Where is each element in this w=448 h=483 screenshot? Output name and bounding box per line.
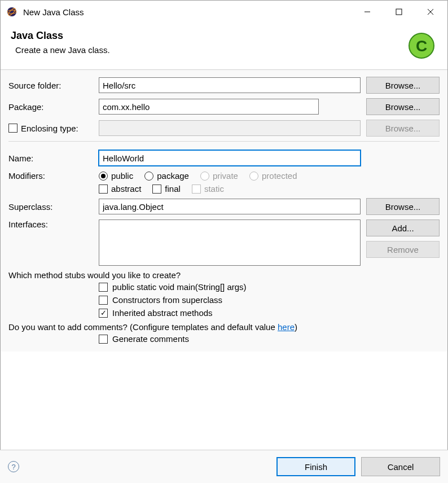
interfaces-label: Interfaces: bbox=[8, 219, 99, 229]
checkbox-icon bbox=[99, 283, 108, 292]
modifier-abstract[interactable]: abstract bbox=[99, 184, 141, 194]
browse-source-button[interactable]: Browse... bbox=[366, 77, 440, 94]
svg-rect-4 bbox=[396, 9, 402, 15]
enclosing-type-label: Enclosing type: bbox=[21, 124, 78, 133]
checkbox-icon bbox=[99, 296, 108, 305]
minimize-button[interactable] bbox=[352, 1, 383, 23]
radio-icon bbox=[200, 172, 209, 181]
source-folder-input[interactable] bbox=[99, 77, 361, 93]
radio-icon bbox=[249, 172, 258, 181]
dialog-header: Java Class Create a new Java class. C bbox=[1, 23, 447, 69]
eclipse-icon bbox=[6, 6, 17, 17]
modifier-final[interactable]: final bbox=[152, 184, 181, 194]
page-title: Java Class bbox=[11, 30, 406, 42]
radio-icon bbox=[144, 172, 153, 181]
stub-constructors-option[interactable]: Constructors from superclass bbox=[99, 295, 440, 305]
browse-enclosing-button: Browse... bbox=[366, 120, 440, 137]
modifier-protected: protected bbox=[249, 171, 297, 181]
window-title: New Java Class bbox=[23, 7, 352, 17]
modifier-public[interactable]: public bbox=[99, 171, 133, 181]
name-label: Name: bbox=[8, 153, 99, 163]
class-wizard-icon: C bbox=[406, 30, 437, 62]
modifier-static: static bbox=[192, 184, 224, 194]
radio-icon bbox=[99, 172, 108, 181]
checkbox-icon bbox=[99, 185, 108, 194]
browse-package-button[interactable]: Browse... bbox=[366, 98, 440, 115]
checkbox-icon bbox=[152, 185, 161, 194]
stub-main-option[interactable]: public static void main(String[] args) bbox=[99, 282, 440, 292]
stubs-question: Which method stubs would you like to cre… bbox=[8, 270, 440, 280]
source-folder-label: Source folder: bbox=[8, 81, 99, 90]
stub-inherited-option[interactable]: Inherited abstract methods bbox=[99, 308, 440, 318]
comments-question: Do you want to add comments? (Configure … bbox=[8, 322, 440, 332]
help-button[interactable]: ? bbox=[8, 461, 19, 472]
package-label: Package: bbox=[8, 102, 99, 112]
checkbox-icon bbox=[99, 309, 108, 318]
modifier-package[interactable]: package bbox=[144, 171, 189, 181]
cancel-button[interactable]: Cancel bbox=[361, 457, 440, 476]
titlebar: New Java Class bbox=[1, 1, 447, 23]
checkbox-icon bbox=[192, 185, 201, 194]
add-interface-button[interactable]: Add... bbox=[366, 219, 440, 236]
superclass-input[interactable] bbox=[99, 199, 361, 214]
name-input[interactable] bbox=[99, 150, 361, 166]
close-button[interactable] bbox=[415, 1, 446, 23]
interfaces-list[interactable] bbox=[99, 219, 361, 266]
finish-button[interactable]: Finish bbox=[276, 457, 355, 476]
enclosing-type-input bbox=[99, 120, 361, 136]
superclass-label: Superclass: bbox=[8, 202, 99, 212]
dialog-footer: ? Finish Cancel bbox=[0, 450, 448, 483]
checkbox-icon bbox=[99, 335, 108, 344]
page-subtitle: Create a new Java class. bbox=[11, 45, 406, 55]
svg-text:C: C bbox=[416, 37, 427, 55]
modifiers-label: Modifiers: bbox=[8, 171, 99, 181]
package-input[interactable] bbox=[99, 99, 319, 115]
section-separator-1 bbox=[8, 141, 440, 142]
maximize-button[interactable] bbox=[383, 1, 415, 23]
modifier-private: private bbox=[200, 171, 238, 181]
remove-interface-button: Remove bbox=[366, 241, 440, 258]
generate-comments-option[interactable]: Generate comments bbox=[99, 334, 440, 344]
configure-templates-link[interactable]: here bbox=[278, 322, 295, 332]
enclosing-type-checkbox[interactable] bbox=[8, 124, 17, 133]
browse-superclass-button[interactable]: Browse... bbox=[366, 198, 440, 215]
